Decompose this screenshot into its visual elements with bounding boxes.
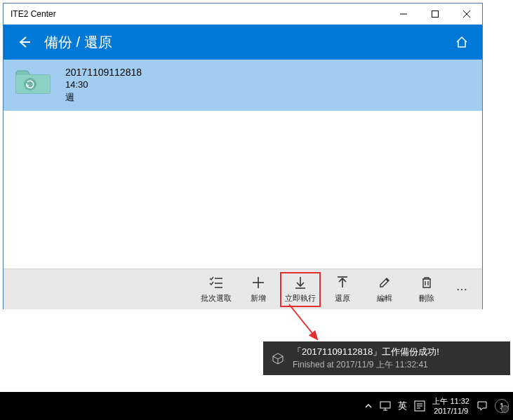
annotation-arrow <box>288 303 323 345</box>
svg-point-5 <box>24 78 36 90</box>
tray-language[interactable]: 英 <box>398 400 407 412</box>
pencil-icon <box>378 275 391 290</box>
delete-button[interactable]: 刪除 <box>406 272 447 307</box>
svg-line-13 <box>289 304 317 339</box>
restore-label: 還原 <box>335 293 350 304</box>
backup-item[interactable]: 20171109112818 14:30 週 <box>4 60 482 111</box>
app-header: 備份 / 還原 <box>4 25 482 60</box>
taskbar: 英 上午 11:32 2017/11/9 1 <box>0 392 513 420</box>
add-button[interactable]: 新增 <box>238 272 279 307</box>
more-button[interactable]: ⋯ <box>448 272 477 307</box>
page-title: 備份 / 還原 <box>44 33 451 52</box>
maximize-button[interactable] <box>419 4 451 25</box>
titlebar: ITE2 Center <box>4 4 482 25</box>
batch-select-button[interactable]: 批次選取 <box>196 272 236 307</box>
minimize-button[interactable] <box>387 4 419 25</box>
toast-notification[interactable]: 「20171109112818」工作備份成功! Finished at 2017… <box>263 341 510 375</box>
tray-chevron-icon[interactable] <box>364 402 373 410</box>
app-window: ITE2 Center 備份 / 還原 <box>3 3 483 309</box>
edit-label: 編輯 <box>377 293 392 304</box>
add-label: 新增 <box>251 293 266 304</box>
window-controls <box>387 4 482 25</box>
execute-button[interactable]: 立即執行 <box>280 272 321 307</box>
notification-title: 「20171109112818」工作備份成功! <box>293 346 439 358</box>
content-area: 20171109112818 14:30 週 <box>4 60 482 269</box>
home-button[interactable] <box>451 32 472 53</box>
execute-label: 立即執行 <box>285 293 316 304</box>
folder-refresh-icon <box>15 67 53 96</box>
tray-clock[interactable]: 上午 11:32 2017/11/9 <box>432 396 469 416</box>
restore-button[interactable]: 還原 <box>322 272 363 307</box>
item-day: 週 <box>65 91 142 104</box>
svg-rect-1 <box>432 11 438 18</box>
item-details: 20171109112818 14:30 週 <box>65 67 142 104</box>
edit-button[interactable]: 編輯 <box>364 272 405 307</box>
item-name: 20171109112818 <box>65 67 142 78</box>
plus-icon <box>252 275 265 290</box>
upload-icon <box>336 275 349 290</box>
tray-notification-badge[interactable]: 1 <box>495 399 509 413</box>
badge-count: 1 <box>500 402 504 410</box>
batch-select-icon <box>209 275 223 290</box>
notification-subtitle: Finished at 2017/11/9 上午 11:32:41 <box>293 359 439 371</box>
bottom-toolbar: 批次選取 新增 立即執行 還原 編輯 <box>4 269 482 309</box>
delete-label: 刪除 <box>419 293 434 304</box>
download-icon <box>294 275 307 290</box>
svg-rect-14 <box>380 402 390 408</box>
tray-date-text: 2017/11/9 <box>434 406 468 416</box>
tray-ime-icon[interactable] <box>414 400 425 412</box>
trash-icon <box>421 275 432 290</box>
close-button[interactable] <box>451 4 482 25</box>
back-button[interactable] <box>13 32 34 53</box>
window-title: ITE2 Center <box>4 9 387 19</box>
tray-action-center-icon[interactable] <box>477 400 488 412</box>
batch-select-label: 批次選取 <box>201 293 232 304</box>
tray-time-text: 上午 11:32 <box>432 396 469 406</box>
package-icon <box>272 352 284 365</box>
ellipsis-icon: ⋯ <box>456 283 469 296</box>
tray-monitor-icon[interactable] <box>380 401 391 411</box>
notification-text: 「20171109112818」工作備份成功! Finished at 2017… <box>293 346 439 371</box>
item-time: 14:30 <box>65 79 142 90</box>
